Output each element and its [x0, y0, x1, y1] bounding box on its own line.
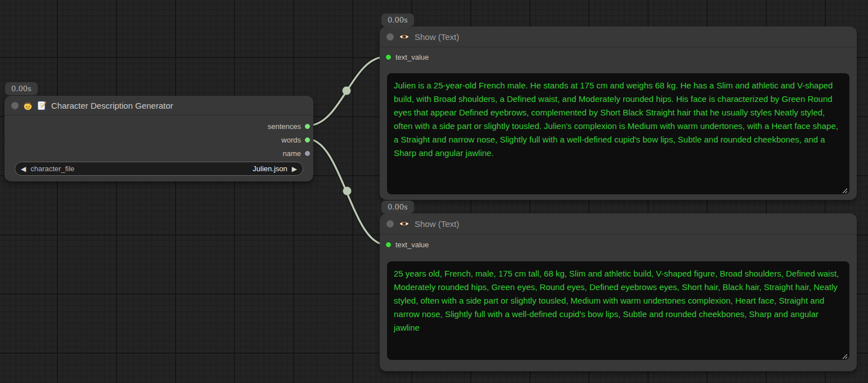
person-icon [23, 101, 33, 110]
next-value-arrow-icon[interactable]: ▶ [292, 166, 297, 172]
input-socket-text-value[interactable] [385, 54, 392, 60]
node-header[interactable]: Character Description Generator [5, 96, 313, 115]
link-sentences-midpoint-dot[interactable] [343, 87, 351, 95]
input-label-text-value: text_value [395, 241, 429, 249]
resize-handle-icon[interactable] [841, 351, 848, 358]
output-label-name: name [282, 149, 301, 158]
node-status-dot[interactable] [386, 33, 394, 41]
output-socket-sentences[interactable] [304, 123, 311, 130]
node-status-dot[interactable] [11, 102, 19, 109]
node-header[interactable]: Show (Text) [380, 26, 857, 47]
widget-name-label: character_file [30, 164, 74, 173]
node-show-text-2[interactable]: 0.00s Show (Text) text_value [380, 213, 857, 371]
eye-icon [398, 220, 410, 228]
eye-icon [398, 33, 410, 41]
input-label-text-value: text_value [395, 53, 429, 61]
node-header[interactable]: Show (Text) [380, 213, 857, 234]
memo-icon [37, 101, 47, 110]
node-title: Show (Text) [415, 32, 459, 42]
node-character-description-generator[interactable]: 0.00s [5, 96, 313, 181]
output-label-sentences: sentences [268, 122, 301, 131]
character-file-widget[interactable]: ◀ character_file Julien.json ▶ [15, 162, 303, 176]
execution-time-badge: 0.00s [5, 82, 38, 95]
output-socket-words[interactable] [304, 137, 311, 143]
text-display-wrapper [387, 73, 849, 194]
node-show-text-1[interactable]: 0.00s Show (Text) text_value [380, 26, 857, 200]
execution-time-badge: 0.00s [381, 14, 414, 26]
node-status-dot[interactable] [386, 220, 394, 228]
resize-handle-icon[interactable] [841, 186, 848, 193]
widget-value: Julien.json [253, 164, 287, 173]
output-row-name: name [5, 146, 313, 160]
node-title: Character Description Generator [51, 101, 173, 110]
output-socket-name[interactable] [304, 150, 311, 157]
input-row-text-value: text_value [380, 49, 857, 65]
node-outputs: sentences words name [5, 119, 313, 160]
text-display-1[interactable] [387, 73, 849, 194]
output-row-sentences: sentences [5, 119, 313, 133]
link-words-midpoint-dot[interactable] [343, 187, 352, 195]
prev-value-arrow-icon[interactable]: ◀ [21, 166, 26, 172]
output-label-words: words [281, 136, 301, 144]
execution-time-badge: 0.00s [381, 201, 414, 213]
text-display-wrapper [387, 261, 849, 360]
node-graph-canvas[interactable]: 0.00s [0, 0, 868, 383]
input-row-text-value: text_value [380, 237, 857, 252]
node-title: Show (Text) [415, 219, 459, 229]
output-row-words: words [5, 133, 313, 146]
text-display-2[interactable] [387, 261, 849, 360]
input-socket-text-value[interactable] [385, 242, 392, 248]
